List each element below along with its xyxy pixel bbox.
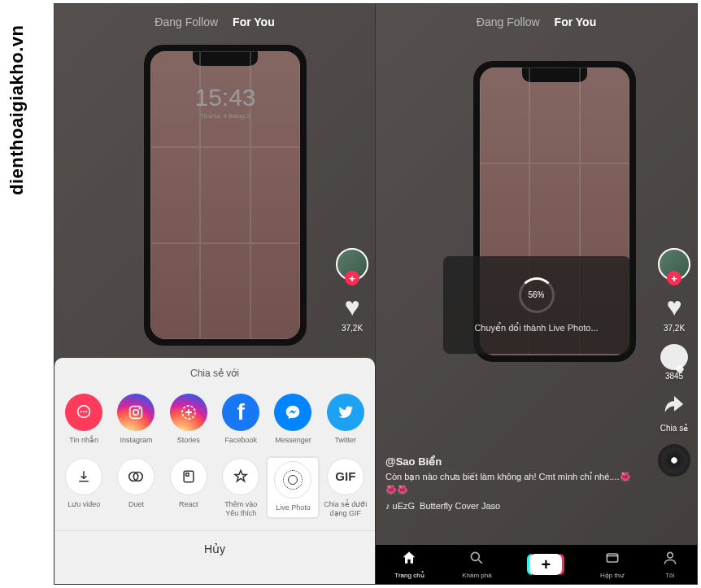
search-icon [468,550,485,570]
follow-plus-icon[interactable]: + [667,271,681,285]
phone-mock: 15:43 Thứ tư, 4 tháng 9 [144,45,307,346]
inbox-icon [604,550,620,570]
progress-percent: 56% [521,280,552,311]
live-photo-icon [274,461,311,499]
svg-point-2 [83,411,85,412]
share-label: Chia sẻ [660,424,688,433]
person-icon [662,550,678,570]
author-avatar[interactable]: + [658,248,690,281]
tab-foryou[interactable]: For You [233,15,275,28]
action-gif[interactable]: GIF Chia sẻ dưới dạng GIF [320,458,371,518]
progress-text: Chuyển đổi thành Live Photo... [474,323,598,333]
svg-point-5 [133,410,138,415]
instagram-icon [117,394,155,431]
music-title: Butterfly Cover Jaso [420,501,500,511]
share-sheet: Chia sẻ với Tin nhắn Instagram [54,358,375,584]
comment-icon[interactable] [660,344,688,370]
share-sheet-title: Chia sẻ với [54,358,375,387]
action-label: Live Photo [276,503,311,512]
svg-rect-13 [607,554,617,562]
action-label: Duet [128,500,144,509]
action-duet[interactable]: Duet [111,458,161,518]
caption-area: @Sao Biển Còn bạn nào chưa biết làm khôn… [385,455,640,511]
like-count: 37,2K [664,324,685,333]
progress-dialog: 56% Chuyển đổi thành Live Photo... [443,256,630,354]
nav-label: Khám phá [462,572,491,579]
share-label: Messenger [275,436,311,445]
tab-following[interactable]: Đang Follow [477,15,540,28]
nav-discover[interactable]: Khám phá [462,550,491,579]
tab-foryou[interactable]: For You [555,15,597,28]
watermark: dienthoaigiakho.vn [7,25,28,195]
progress-spinner-icon: 56% [519,277,555,313]
svg-rect-11 [185,473,188,476]
stories-icon [170,394,207,431]
screen-share-sheet: 15:43 Thứ tư, 4 tháng 9 Đang Follow For … [54,4,376,584]
bottom-nav: Trang chủ Khám phá + Hộp thư Tôi [376,545,697,584]
svg-point-12 [472,552,480,560]
author-avatar[interactable]: + [336,248,368,281]
action-label: Thêm vào Yêu thích [224,500,257,518]
nav-label: Trang chủ [394,572,424,579]
screen-progress: Đang Follow For You + ♥ 37,2K 3845 Chia … [376,4,697,584]
share-label: Tin nhắn [69,436,98,445]
nav-me[interactable]: Tôi [662,550,678,579]
caption-music[interactable]: ♪ uEzG Butterfly Cover Jaso [385,501,640,511]
cancel-button[interactable]: Hủy [54,530,375,567]
svg-point-6 [139,407,141,409]
nav-label: Hộp thư [600,572,624,579]
home-icon [401,550,417,570]
messages-icon [65,394,102,431]
action-live-photo[interactable]: Live Photo [268,458,318,518]
facebook-icon: f [222,394,259,431]
lock-time: 15:43 [150,84,300,111]
share-twitter[interactable]: Twitter [320,394,371,445]
nav-create[interactable]: + [529,554,562,575]
download-icon [65,458,102,495]
like-heart-icon[interactable]: ♥ [344,292,359,322]
feed-tabs: Đang Follow For You [54,15,375,28]
share-stories[interactable]: Stories [163,394,214,445]
messenger-icon [274,394,311,431]
action-save-video[interactable]: Lưu video [59,458,109,518]
screenshot-frame: 15:43 Thứ tư, 4 tháng 9 Đang Follow For … [54,3,698,585]
lock-date: Thứ tư, 4 tháng 9 [150,112,300,120]
gif-icon: GIF [327,458,364,495]
share-messages[interactable]: Tin nhắn [59,394,109,445]
action-favorite[interactable]: Thêm vào Yêu thích [216,458,266,518]
like-heart-icon[interactable]: ♥ [666,292,681,322]
caption-username[interactable]: @Sao Biển [385,455,640,468]
share-label: Stories [177,436,200,445]
share-label: Instagram [120,436,152,445]
share-instagram[interactable]: Instagram [111,394,161,445]
side-action-bar: + ♥ 37,2K 3845 Chia sẻ [658,248,690,477]
svg-point-3 [85,411,87,412]
duet-icon [117,458,155,495]
share-label: Facebook [224,436,257,445]
music-note-icon: ♪ uEzG [385,501,415,511]
svg-point-14 [667,552,673,558]
star-icon [222,458,259,495]
caption-text: Còn bạn nào chưa biết làm không ah! Cmt … [385,471,640,496]
feed-tabs: Đang Follow For You [376,15,697,28]
music-disc-icon[interactable] [658,444,690,477]
react-icon [170,458,207,495]
twitter-icon [327,394,364,431]
share-messenger[interactable]: Messenger [268,394,318,445]
like-count: 37,2K [342,324,363,333]
nav-label: Tôi [665,572,674,579]
share-label: Twitter [335,436,357,445]
share-actions-row: Lưu video Duet React [54,451,375,525]
action-react[interactable]: React [163,458,214,518]
share-facebook[interactable]: f Facebook [216,394,266,445]
action-label: Lưu video [67,500,100,509]
nav-inbox[interactable]: Hộp thư [600,550,624,579]
action-label: Chia sẻ dưới dạng GIF [324,500,367,518]
side-action-bar: + ♥ 37,2K [336,248,368,333]
follow-plus-icon[interactable]: + [345,271,359,285]
share-icon[interactable] [662,392,686,422]
share-apps-row: Tin nhắn Instagram Stories f Faceboo [54,387,375,451]
tab-following[interactable]: Đang Follow [155,15,218,28]
nav-home[interactable]: Trang chủ [394,550,424,579]
action-label: React [179,500,198,509]
